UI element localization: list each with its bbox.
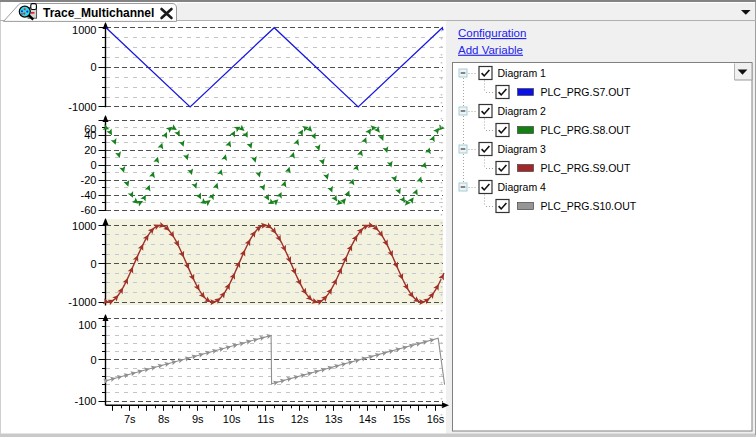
svg-text:1000: 1000 — [72, 24, 96, 36]
svg-text:Add Variable: Add Variable — [458, 44, 523, 56]
svg-text:100: 100 — [78, 319, 96, 331]
svg-text:-1000: -1000 — [68, 296, 96, 308]
svg-text:PLC_PRG.S8.OUT: PLC_PRG.S8.OUT — [541, 124, 631, 136]
svg-text:12s: 12s — [291, 413, 309, 425]
svg-text:40: 40 — [84, 129, 96, 141]
svg-text:Trace_Multichannel: Trace_Multichannel — [43, 6, 154, 20]
svg-text:1000: 1000 — [72, 220, 96, 232]
svg-text:Diagram 4: Diagram 4 — [498, 181, 547, 193]
svg-text:PLC_PRG.S7.OUT: PLC_PRG.S7.OUT — [541, 86, 631, 98]
svg-text:0: 0 — [90, 354, 96, 366]
svg-text:10s: 10s — [223, 413, 241, 425]
svg-text:PLC_PRG.S9.OUT: PLC_PRG.S9.OUT — [541, 162, 631, 174]
svg-text:0: 0 — [90, 61, 96, 73]
svg-text:11s: 11s — [257, 413, 274, 425]
svg-text:9s: 9s — [192, 413, 204, 425]
svg-text:0: 0 — [90, 258, 96, 270]
svg-text:8s: 8s — [158, 413, 170, 425]
svg-text:7s: 7s — [124, 413, 136, 425]
svg-text:-20: -20 — [81, 174, 97, 186]
svg-text:PLC_PRG.S10.OUT: PLC_PRG.S10.OUT — [541, 200, 637, 212]
svg-text:20: 20 — [84, 144, 96, 156]
svg-text:14s: 14s — [359, 413, 377, 425]
svg-text:-40: -40 — [81, 189, 97, 201]
svg-text:Diagram 1: Diagram 1 — [498, 67, 547, 79]
svg-text:Diagram 2: Diagram 2 — [498, 105, 547, 117]
svg-text:0: 0 — [90, 159, 96, 171]
svg-text:Configuration: Configuration — [458, 27, 526, 39]
svg-text:-60: -60 — [81, 204, 97, 216]
svg-text:Diagram 3: Diagram 3 — [498, 143, 547, 155]
svg-text:-100: -100 — [74, 395, 96, 407]
svg-text:-1000: -1000 — [68, 101, 96, 113]
svg-text:15s: 15s — [393, 413, 411, 425]
svg-text:13s: 13s — [325, 413, 343, 425]
